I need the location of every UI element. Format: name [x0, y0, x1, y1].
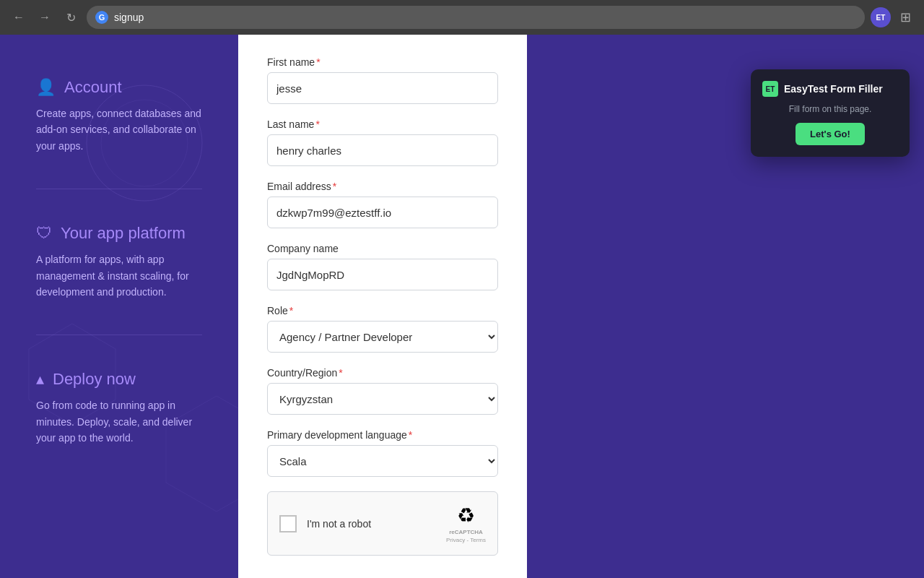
reload-button[interactable]: ↻ [61, 7, 81, 27]
google-icon: G [95, 11, 108, 24]
easytest-subtitle: Fill form on this page. [762, 104, 898, 114]
divider-2 [36, 335, 202, 335]
last-name-input[interactable] [267, 134, 498, 166]
role-select[interactable]: Agency / Partner Developer Developer Stu… [267, 321, 498, 353]
easytest-title: EasyTest Form Filler [784, 83, 883, 95]
feature-deploy-title: Deploy now [53, 370, 136, 389]
platform-icon: 🛡 [36, 224, 52, 243]
first-name-required: * [316, 56, 320, 68]
deploy-icon: ▴ [36, 370, 44, 389]
email-label: Email address* [267, 181, 498, 192]
chrome-right: ET ⊞ [871, 7, 915, 27]
company-field: Company name [267, 243, 498, 290]
easytest-header: ET EasyTest Form Filler [762, 81, 898, 97]
left-content: 👤 Account Create apps, connect databases… [0, 35, 238, 525]
feature-deploy-desc: Go from code to running app in minutes. … [36, 397, 202, 446]
page-content: 👤 Account Create apps, connect databases… [0, 35, 924, 578]
feature-account-title: Account [64, 78, 122, 97]
last-name-label: Last name* [267, 118, 498, 130]
role-required: * [289, 305, 293, 316]
role-field: Role* Agency / Partner Developer Develop… [267, 305, 498, 353]
divider-1 [36, 189, 202, 189]
browser-chrome: ← → ↻ G signup ET ⊞ [0, 0, 924, 35]
recaptcha-icon: ♻ [457, 504, 475, 527]
recaptcha-text: I'm not a robot [307, 518, 371, 530]
feature-platform-desc: A platform for apps, with app management… [36, 251, 202, 300]
address-bar[interactable]: G signup [87, 6, 865, 29]
first-name-field: First name* [267, 56, 498, 104]
account-icon: 👤 [36, 78, 56, 97]
email-input[interactable] [267, 197, 498, 228]
first-name-label: First name* [267, 56, 498, 68]
lets-go-button[interactable]: Let's Go! [796, 123, 865, 145]
feature-account-header: 👤 Account [36, 78, 202, 97]
last-name-field: Last name* [267, 118, 498, 166]
country-required: * [339, 367, 342, 379]
easytest-logo: ET [762, 81, 778, 97]
country-select[interactable]: Kyrgyzstan United States United Kingdom … [267, 383, 498, 415]
url-text: signup [114, 12, 144, 23]
et-avatar: ET [871, 7, 891, 27]
email-required: * [333, 181, 336, 192]
lang-label: Primary development language* [267, 429, 498, 441]
role-label: Role* [267, 305, 498, 316]
lang-select[interactable]: Scala JavaScript Python Ruby Go Java [267, 445, 498, 477]
recaptcha-box: I'm not a robot ♻ reCAPTCHA Privacy - Te… [267, 491, 498, 556]
company-input[interactable] [267, 259, 498, 290]
feature-account-desc: Create apps, connect databases and add-o… [36, 105, 202, 154]
signup-form-card: First name* Last name* Email address* [238, 35, 527, 578]
feature-platform-header: 🛡 Your app platform [36, 224, 202, 243]
back-button[interactable]: ← [9, 7, 29, 27]
email-field: Email address* [267, 181, 498, 228]
country-label: Country/Region* [267, 367, 498, 379]
feature-deploy-header: ▴ Deploy now [36, 370, 202, 389]
recaptcha-brand: reCAPTCHA [449, 529, 483, 535]
recaptcha-logo: ♻ reCAPTCHA Privacy - Terms [446, 504, 486, 543]
feature-platform: 🛡 Your app platform A platform for apps,… [36, 224, 202, 300]
country-field: Country/Region* Kyrgyzstan United States… [267, 367, 498, 415]
recaptcha-left: I'm not a robot [279, 515, 371, 532]
feature-platform-title: Your app platform [61, 224, 186, 243]
left-panel: 👤 Account Create apps, connect databases… [0, 35, 527, 578]
first-name-input[interactable] [267, 72, 498, 104]
company-label: Company name [267, 243, 498, 254]
extensions-button[interactable]: ⊞ [895, 7, 915, 27]
last-name-required: * [315, 118, 319, 130]
feature-deploy: ▴ Deploy now Go from code to running app… [36, 370, 202, 446]
lang-required: * [409, 429, 412, 441]
recaptcha-links: Privacy - Terms [446, 537, 486, 543]
easytest-popup: ET EasyTest Form Filler Fill form on thi… [751, 69, 910, 157]
recaptcha-checkbox[interactable] [279, 515, 297, 532]
forward-button[interactable]: → [35, 7, 55, 27]
feature-account: 👤 Account Create apps, connect databases… [36, 78, 202, 154]
lang-field: Primary development language* Scala Java… [267, 429, 498, 477]
